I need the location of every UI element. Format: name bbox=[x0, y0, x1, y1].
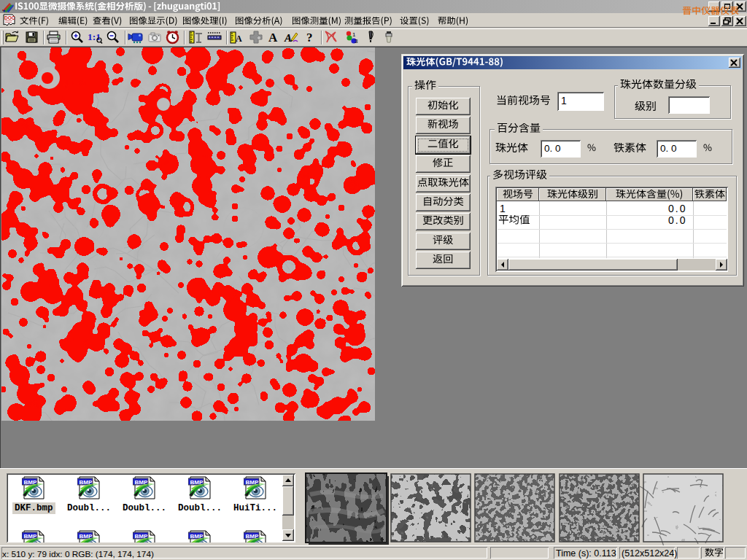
svg-text:A: A bbox=[284, 32, 292, 44]
svg-text:?: ? bbox=[306, 31, 313, 44]
svg-text:3: 3 bbox=[355, 38, 358, 44]
svg-text:A: A bbox=[268, 31, 278, 44]
svg-text:A: A bbox=[236, 34, 242, 44]
svg-text:DOC: DOC bbox=[4, 15, 15, 20]
svg-text:1:1: 1:1 bbox=[88, 31, 101, 42]
svg-text:1: 1 bbox=[352, 31, 356, 38]
